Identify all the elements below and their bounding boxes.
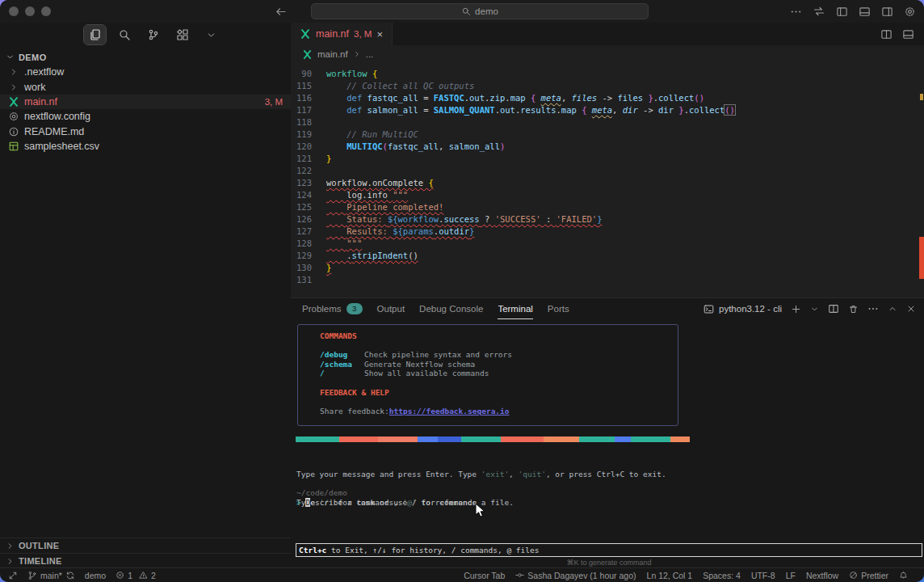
breadcrumb-more[interactable]: ... [366,49,374,59]
customize-layout-icon[interactable] [904,6,916,18]
panel-tab-label: Debug Console [419,304,483,314]
tab-main-nf[interactable]: main.nf 3, M × [291,23,393,45]
file-row-samplesheet-csv[interactable]: samplesheet.csv [0,139,291,154]
back-icon[interactable] [275,6,287,18]
terminal-dropdown-chevron-icon[interactable] [810,305,819,314]
outline-section[interactable]: OUTLINE [0,538,291,553]
prompt-line[interactable]: > Describe a task or use / for commands [296,498,477,508]
feedback-link[interactable]: https://feedback.seqera.io [389,407,510,416]
zoom-window-button[interactable] [41,6,51,16]
kill-terminal-icon[interactable] [848,304,859,314]
timeline-section[interactable]: TIMELINE [0,553,291,568]
line-number: 125 [291,201,326,213]
input-bar-shortcut: Ctrl+c [299,546,326,555]
panel-tab-problems[interactable]: Problems3 [302,298,363,319]
panel-tab-output[interactable]: Output [377,298,405,319]
problems-indicator[interactable]: 1 2 [116,571,156,580]
panel-tab-debug-console[interactable]: Debug Console [419,298,483,319]
code-text: def fastqc_all = FASTQC.out.zip.map { me… [326,92,704,104]
titlebar-actions [790,5,916,18]
code-line-116: 116 def fastqc_all = FASTQC.out.zip.map … [291,92,924,104]
status-item-ln-12-col-1[interactable]: Ln 12, Col 1 [647,571,693,580]
status-item-nextflow[interactable]: Nextflow [806,571,838,580]
file-label: README.md [24,126,84,137]
source-control-icon[interactable] [142,25,164,44]
branch-indicator[interactable]: main* [27,571,75,580]
close-window-button[interactable] [9,6,19,16]
split-terminal-icon[interactable] [828,303,839,314]
explorer-section-header[interactable]: DEMO [0,49,291,65]
code-text: Pipeline completed! [326,201,443,213]
panel-more-icon[interactable] [867,303,879,314]
status-item-cursor-tab[interactable]: Cursor Tab [464,571,505,580]
chevron-right-icon [6,67,20,77]
status-item-bell-button[interactable] [899,571,908,580]
rainbow-segment [631,436,670,442]
cli-input-bar[interactable]: Ctrl+c to Exit, ↑/↓ for history, / comma… [296,543,922,557]
toggle-sidebar-icon[interactable] [836,6,848,18]
breadcrumb[interactable]: main.nf ... [291,45,924,63]
panel-tab-label: Ports [548,304,569,314]
sync-arrows-icon[interactable] [813,5,825,18]
status-item-spaces-4[interactable]: Spaces: 4 [703,571,741,580]
code-text: MULTIQC(fastqc_all, salmon_all) [326,141,505,153]
explorer-icon[interactable] [84,25,106,44]
tab-close-icon[interactable]: × [376,29,383,40]
file-row--nextflow[interactable]: .nextflow [0,65,291,79]
line-number: 130 [291,262,326,274]
editor-layout-icon[interactable] [902,28,914,40]
terminal-viewport[interactable]: COMMANDS /debugCheck pipeline syntax and… [291,319,924,568]
command-name: / [320,369,364,378]
hint-line-1: Type your message and press Enter. Type … [296,470,666,479]
file-row-readme-md[interactable]: README.md [0,124,291,139]
overview-ruler-error-mark [919,237,924,279]
code-text: """ [326,238,362,250]
line-number: 131 [291,274,326,286]
toggle-panel-icon[interactable] [859,6,871,18]
code-text: def salmon_all = SALMON_QUANT.out.result… [326,104,735,116]
command-name: /debug [320,350,364,360]
split-editor-icon[interactable] [880,28,892,40]
line-number: 126 [291,213,326,226]
extensions-icon[interactable] [171,25,193,44]
file-row-nextflow-config[interactable]: nextflow.config [0,109,291,124]
status-item-label: LF [786,571,796,580]
chevron-right-icon [6,542,15,550]
panel-tab-terminal[interactable]: Terminal [498,298,532,319]
minimize-window-button[interactable] [25,6,35,16]
more-actions-icon[interactable] [790,6,802,18]
panel-tab-label: Problems [302,304,342,314]
status-item-utf-8[interactable]: UTF-8 [751,571,775,580]
maximize-panel-icon[interactable] [888,304,897,314]
code-line-123: 123workflow.onComplete { [291,177,924,189]
status-item-lf[interactable]: LF [786,571,796,580]
status-item-sasha-dagayev-1-hour-ago-[interactable]: Sasha Dagayev (1 hour ago) [515,571,636,580]
search-view-icon[interactable] [113,25,135,44]
terminal-actions: python3.12 - cli [704,303,916,314]
code-line-122: 122 [291,165,924,177]
terminal-label: python3.12 - cli [719,304,782,314]
remote-indicator[interactable] [8,571,18,580]
panel-tab-ports[interactable]: Ports [548,298,569,319]
line-number: 123 [291,177,326,189]
file-row-work[interactable]: work [0,79,291,94]
sidebar: DEMO .nextflowworkmain.nf3, Mnextflow.co… [0,23,292,568]
file-label: samplesheet.csv [24,141,99,152]
project-name[interactable]: demo [85,571,106,580]
code-line-115: 115 // Collect all QC outputs [291,80,924,92]
terminal-instance[interactable]: python3.12 - cli [704,304,782,314]
status-item-prettier[interactable]: Prettier [849,571,888,580]
status-item-label: UTF-8 [751,571,775,580]
toggle-secondary-sidebar-icon[interactable] [881,6,893,18]
outline-label: OUTLINE [19,541,59,550]
breadcrumb-file[interactable]: main.nf [317,49,348,59]
rainbow-segment [670,436,690,442]
code-text: // Collect all QC outputs [326,80,474,92]
timeline-label: TIMELINE [19,556,62,566]
close-panel-icon[interactable] [906,304,916,314]
new-terminal-icon[interactable] [791,304,801,314]
feedback-label: Share feedback: [320,407,389,416]
more-views-chevron-icon[interactable] [200,25,222,44]
command-center-search[interactable]: demo [311,3,649,19]
file-row-main-nf[interactable]: main.nf3, M [0,95,291,109]
